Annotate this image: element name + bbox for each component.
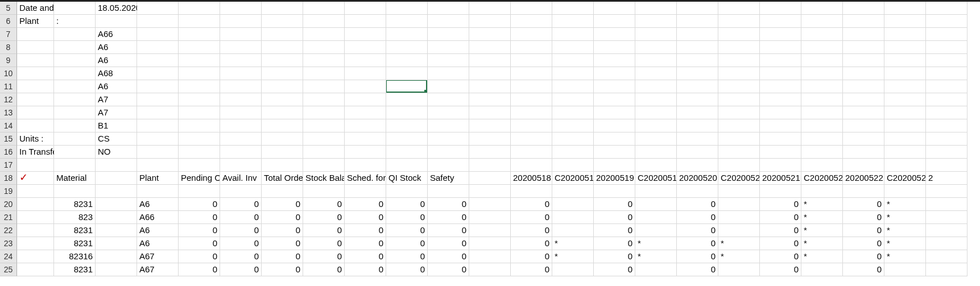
cell[interactable]: [594, 185, 635, 198]
cell[interactable]: [17, 185, 54, 198]
cell[interactable]: [96, 159, 137, 172]
cell[interactable]: [801, 146, 843, 159]
cell[interactable]: CS: [96, 132, 137, 146]
header-cdate-5[interactable]: C2020052: [884, 172, 926, 185]
cell-plant[interactable]: A67: [137, 250, 179, 263]
cell[interactable]: [137, 106, 179, 119]
cell-material[interactable]: 82316: [54, 250, 96, 263]
cell[interactable]: [926, 146, 967, 159]
cell[interactable]: *: [718, 250, 760, 263]
spreadsheet-grid[interactable]: 5 Date and Time : 18.05.2020-08:39 6 Pla…: [0, 0, 980, 276]
cell[interactable]: B1: [96, 119, 137, 132]
cell[interactable]: [96, 224, 137, 237]
cell[interactable]: 0: [677, 263, 718, 276]
cell[interactable]: 0: [760, 250, 801, 263]
cell[interactable]: [469, 146, 511, 159]
cell[interactable]: [635, 54, 677, 67]
cell[interactable]: [843, 119, 884, 132]
cell[interactable]: [926, 224, 967, 237]
cell[interactable]: [843, 159, 884, 172]
cell[interactable]: [884, 41, 926, 54]
cell[interactable]: 0: [220, 250, 262, 263]
cell[interactable]: *: [552, 250, 594, 263]
cell[interactable]: A6: [96, 41, 137, 54]
cell[interactable]: [137, 146, 179, 159]
cell[interactable]: [511, 2, 552, 15]
cell[interactable]: [760, 67, 801, 80]
cell[interactable]: [428, 41, 469, 54]
cell[interactable]: [469, 211, 511, 224]
row-header[interactable]: 14: [0, 119, 17, 132]
cell[interactable]: [926, 28, 967, 41]
cell[interactable]: [884, 185, 926, 198]
cell[interactable]: [760, 28, 801, 41]
cell[interactable]: [303, 15, 345, 28]
cell[interactable]: [137, 132, 179, 146]
cell[interactable]: [594, 54, 635, 67]
cell[interactable]: [469, 263, 511, 276]
table-row[interactable]: 228231A600000000000*0*: [0, 224, 980, 237]
cell[interactable]: 0: [594, 237, 635, 250]
cell[interactable]: [17, 80, 54, 93]
cell[interactable]: Date and Time :: [17, 2, 54, 15]
cell[interactable]: *: [552, 237, 594, 250]
cell[interactable]: *: [801, 211, 843, 224]
header-qi-stock[interactable]: QI Stock: [386, 172, 428, 185]
cell[interactable]: [386, 185, 428, 198]
cell[interactable]: [262, 15, 303, 28]
cell[interactable]: [17, 28, 54, 41]
cell-plant[interactable]: A67: [137, 263, 179, 276]
cell[interactable]: [760, 2, 801, 15]
cell[interactable]: [428, 185, 469, 198]
row-header[interactable]: 24: [0, 250, 17, 263]
cell[interactable]: [96, 15, 137, 28]
cell[interactable]: [220, 93, 262, 106]
table-row[interactable]: 2482316A6700000000*0*0*0*0*: [0, 250, 980, 263]
cell[interactable]: [345, 185, 386, 198]
cell[interactable]: [843, 146, 884, 159]
cell[interactable]: 0: [594, 198, 635, 211]
cell[interactable]: [635, 224, 677, 237]
cell[interactable]: [926, 237, 967, 250]
cell[interactable]: [17, 159, 54, 172]
cell[interactable]: [54, 41, 96, 54]
cell[interactable]: [884, 67, 926, 80]
cell[interactable]: [345, 15, 386, 28]
cell[interactable]: [635, 132, 677, 146]
cell[interactable]: [635, 159, 677, 172]
cell[interactable]: [345, 41, 386, 54]
cell[interactable]: [635, 146, 677, 159]
cell[interactable]: 0: [843, 237, 884, 250]
cell[interactable]: 0: [760, 198, 801, 211]
cell[interactable]: 0: [303, 237, 345, 250]
cell[interactable]: [552, 67, 594, 80]
header-material[interactable]: Material: [54, 172, 96, 185]
cell[interactable]: 0: [760, 263, 801, 276]
cell[interactable]: 0: [262, 224, 303, 237]
cell[interactable]: [469, 224, 511, 237]
row-header[interactable]: 23: [0, 237, 17, 250]
cell[interactable]: 0: [511, 224, 552, 237]
cell[interactable]: 0: [677, 211, 718, 224]
cell[interactable]: [843, 28, 884, 41]
cell[interactable]: [843, 2, 884, 15]
cell[interactable]: [17, 41, 54, 54]
cell[interactable]: [594, 146, 635, 159]
cell[interactable]: [884, 15, 926, 28]
row-5[interactable]: 5 Date and Time : 18.05.2020-08:39: [0, 2, 980, 15]
cell[interactable]: [345, 2, 386, 15]
cell[interactable]: [96, 237, 137, 250]
cell[interactable]: [54, 106, 96, 119]
cell[interactable]: [17, 250, 54, 263]
row-header[interactable]: 20: [0, 198, 17, 211]
table-row[interactable]: 238231A600000000*0*0*0*0*: [0, 237, 980, 250]
cell[interactable]: 0: [179, 263, 220, 276]
cell[interactable]: [677, 185, 718, 198]
cell[interactable]: [428, 93, 469, 106]
cell[interactable]: [552, 80, 594, 93]
cell[interactable]: [303, 106, 345, 119]
cell[interactable]: [594, 119, 635, 132]
cell[interactable]: *: [884, 198, 926, 211]
cell[interactable]: [552, 263, 594, 276]
cell[interactable]: [926, 93, 967, 106]
